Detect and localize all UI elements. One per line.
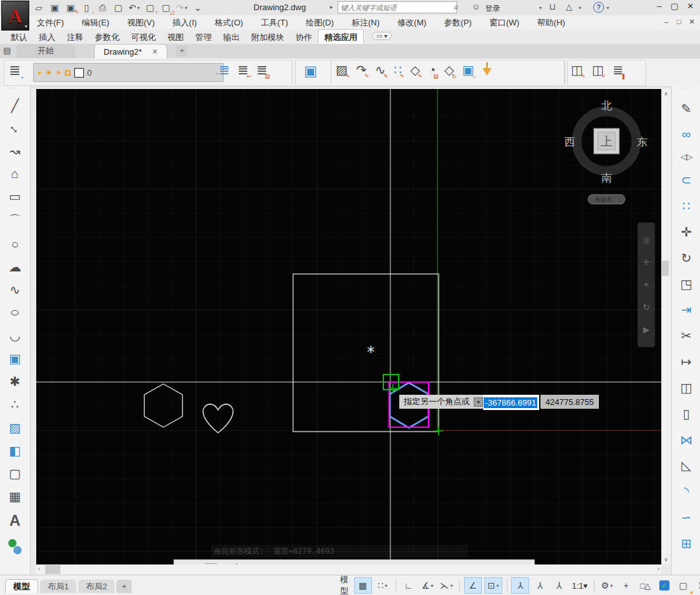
construction-line-icon[interactable]: ↔ [9, 121, 22, 135]
edit-polyline-icon[interactable]: ↷✎ [356, 62, 367, 78]
help-dropdown-icon[interactable]: ▾ [607, 5, 609, 11]
help-icon[interactable]: ? [593, 2, 604, 13]
annotation-visibility-toggle[interactable]: ⅄ [511, 577, 529, 594]
annotation-autoscale-toggle[interactable]: ⅄ [532, 578, 548, 593]
region-icon[interactable]: ▢ [9, 466, 21, 481]
layer-properties-icon[interactable]: ≣▪ [9, 62, 20, 79]
blend-icon[interactable]: ∽ [681, 510, 692, 525]
menu-item-2[interactable]: 视图(V) [118, 15, 163, 31]
a360-dropdown-icon[interactable]: ▾ [579, 5, 581, 11]
trim-icon[interactable]: ✂ [681, 328, 692, 343]
table-icon[interactable]: ▦ [9, 489, 21, 504]
viewcube-north[interactable]: 北 [601, 100, 612, 112]
graphics-performance-icon[interactable]: ▢▲ [675, 578, 692, 593]
layer-list-icon[interactable]: ≣▤ [256, 62, 268, 78]
clean-screen-icon[interactable]: ⛶ [694, 578, 700, 593]
menu-item-3[interactable]: 插入(I) [163, 15, 205, 31]
hatch-icon[interactable]: ▨ [9, 420, 21, 435]
layout-tab-1[interactable]: 布局1 [40, 580, 76, 593]
vertical-scrollbar[interactable]: ∧ ∨ [661, 89, 670, 564]
new-drawing-icon[interactable]: ▢ [113, 2, 124, 13]
insert-block-icon[interactable]: ▣ [9, 351, 21, 366]
text-icon[interactable]: A [10, 512, 20, 530]
mirror-icon[interactable]: ◁▷ [681, 152, 692, 161]
workspace-gear-icon[interactable]: ⚙▾ [599, 578, 615, 593]
save-as-icon[interactable]: ▣✎ [65, 2, 76, 13]
ellipse-arc-icon[interactable]: ◡ [10, 328, 20, 343]
viewcube-west[interactable]: 西 [565, 136, 575, 148]
open-reference-icon[interactable]: ◫✓ [592, 62, 604, 78]
signin-button[interactable]: 登录 [485, 3, 500, 14]
save-to-web-icon[interactable]: ▯↓ [81, 2, 92, 13]
copy-icon[interactable]: ∞ [682, 127, 690, 142]
isolate-objects-icon[interactable]: □△ [637, 578, 654, 593]
layer-previous-icon[interactable]: ≣↩ [238, 62, 249, 78]
grid-toggle[interactable]: ▦ [354, 577, 372, 594]
explode-icon[interactable]: ⊞ [681, 536, 692, 551]
scroll-right-icon[interactable]: › [657, 566, 659, 572]
navigation-bar[interactable]: ◎✛⌖↻▶ [638, 222, 655, 347]
doc-minimize-button[interactable]: – [661, 18, 671, 25]
scroll-up-icon[interactable]: ∧ [662, 91, 670, 97]
layer-color-swatch[interactable] [74, 68, 84, 78]
close-button[interactable]: ✕ [685, 1, 696, 11]
a360-icon[interactable]: △ [566, 2, 572, 11]
horizontal-scroll-thumb[interactable] [45, 565, 60, 574]
new-layout-button[interactable]: + [116, 580, 132, 593]
edit-spline-icon[interactable]: ∿✎ [375, 62, 386, 78]
plot-icon[interactable]: ⎙ [97, 2, 108, 13]
toolbar-grip[interactable]: ⸪⸪⸪ [9, 86, 19, 92]
app-store-cart-icon[interactable]: ⊔ [549, 2, 556, 11]
menu-item-11[interactable]: 帮助(H) [528, 15, 574, 31]
ribbon-tab-5[interactable]: 视图 [161, 30, 189, 45]
drawing-canvas[interactable]: * 上 北 南 西 东 未命 [36, 89, 661, 564]
make-block-icon[interactable]: ✱ [10, 374, 20, 389]
menu-item-6[interactable]: 绘图(D) [297, 15, 343, 31]
spline-icon[interactable]: ∿ [10, 282, 20, 298]
menu-item-10[interactable]: 窗口(W) [481, 15, 528, 31]
viewcube-east[interactable]: 东 [637, 136, 648, 148]
ribbon-tab-6[interactable]: 管理 [189, 30, 217, 45]
ribbon-tab-10[interactable]: 精选应用 [318, 29, 364, 45]
donut-icon[interactable] [8, 538, 22, 554]
ribbon-tab-1[interactable]: 插入 [33, 30, 61, 45]
named-view-chevron-icon[interactable]: ⌄ [618, 197, 622, 203]
scale-icon[interactable]: ◳ [680, 277, 692, 292]
ribbon-tab-0[interactable]: 默认 [5, 30, 33, 45]
ortho-toggle[interactable]: ∟ [400, 578, 416, 593]
layer-combobox[interactable]: ● ☀ ✳ Ω 0 ⌄ [33, 63, 224, 82]
ribbon-tab-8[interactable]: 附加模块 [245, 30, 290, 45]
save-icon[interactable]: ▣ [49, 2, 60, 13]
erase-icon[interactable]: ✎ [681, 101, 692, 116]
ribbon-collapse-button[interactable]: ▭ ▾ [372, 32, 392, 40]
showmotion-icon[interactable]: ▶ [643, 325, 650, 334]
arc-icon[interactable]: ⌒ [9, 212, 22, 229]
revision-cloud-icon[interactable]: ☁ [9, 259, 22, 275]
purge-broom-icon[interactable] [483, 62, 491, 76]
layer-vp-freeze-icon[interactable]: ✳ [55, 69, 61, 77]
polar-toggle[interactable]: ∡▾ [419, 578, 436, 593]
polyline-icon[interactable]: ↝ [10, 144, 20, 159]
layer-state-icon[interactable]: ≣ [219, 62, 230, 78]
open-icon[interactable]: ▱ [33, 2, 45, 13]
dynamic-input-toggle[interactable]: ⊡▾ [484, 577, 502, 594]
file-tabs-menu-icon[interactable]: ▤ [3, 46, 11, 55]
sync-attributes-icon[interactable]: ◇↻ [444, 62, 454, 78]
paste-icon[interactable]: ▣ [304, 63, 317, 79]
menu-item-8[interactable]: 修改(M) [388, 15, 436, 31]
point-icon[interactable]: ∴ [11, 397, 19, 412]
pan-icon[interactable]: ✛ [643, 257, 650, 267]
osnap-tracking-toggle[interactable]: ∠ [464, 577, 482, 594]
annotation-scale-button[interactable]: ⅄ [551, 578, 567, 593]
ribbon-tab-7[interactable]: 输出 [217, 30, 245, 45]
signin-dropdown-icon[interactable]: ▾ [539, 5, 542, 11]
search-input[interactable] [338, 1, 457, 13]
menu-item-9[interactable]: 参数(P) [436, 15, 481, 31]
menu-item-5[interactable]: 工具(T) [252, 15, 297, 31]
hardware-acceleration-icon[interactable]: ✓ [656, 578, 673, 593]
rectangle-icon[interactable]: ▭ [9, 189, 21, 204]
scroll-left-icon[interactable]: ‹ [38, 566, 40, 572]
gradient-icon[interactable]: ◧ [9, 443, 21, 458]
polygon-icon[interactable]: ⌂ [11, 167, 18, 181]
doc-restore-button[interactable]: □ [674, 18, 684, 25]
